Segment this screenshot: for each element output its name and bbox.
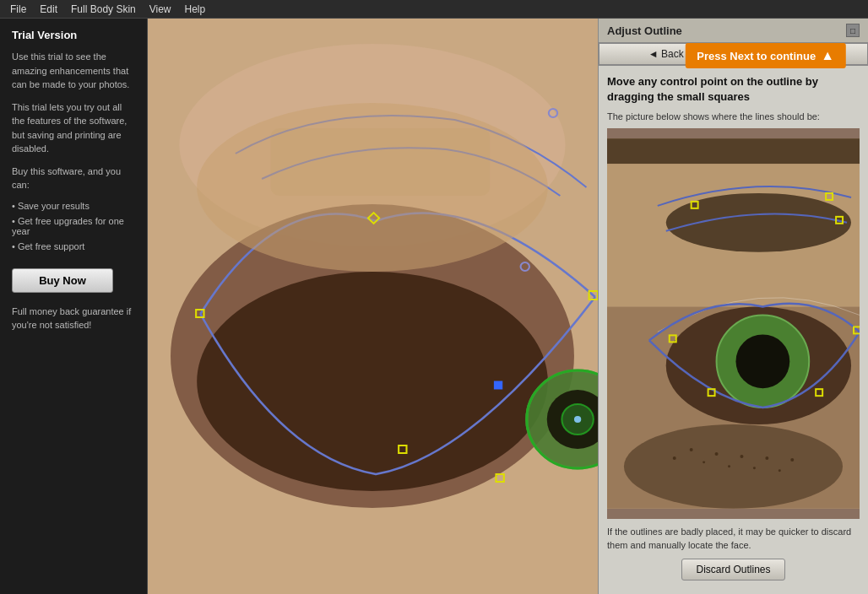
svg-point-45: [765, 456, 768, 460]
window-resize-icon[interactable]: □: [846, 24, 860, 37]
sidebar-buy-prompt: Buy this software, and you can:: [12, 165, 135, 192]
menu-help[interactable]: Help: [178, 2, 213, 17]
svg-point-40: [703, 462, 705, 464]
menu-view[interactable]: View: [143, 2, 178, 17]
svg-point-38: [624, 424, 843, 509]
reference-svg: [607, 128, 860, 519]
main-layout: Trial Version Use this trial to see the …: [0, 19, 868, 594]
bullet-upgrades: • Get free upgrades for one year: [12, 216, 135, 236]
instruction-text: Move any control point on the outline by…: [607, 74, 860, 105]
menu-bar: File Edit Full Body Skin View Help: [0, 0, 868, 19]
outline-overlay[interactable]: [148, 19, 598, 594]
svg-point-43: [740, 455, 743, 458]
svg-point-29: [735, 335, 789, 389]
menu-fullbodyskin[interactable]: Full Body Skin: [64, 2, 143, 17]
sub-text: The picture below shows where the lines …: [607, 111, 860, 122]
svg-point-12: [197, 103, 548, 272]
right-panel-title: Adjust Outline: [607, 24, 682, 37]
right-panel: Adjust Outline □ ◄ Back Next (Spacebar) …: [598, 19, 868, 594]
svg-point-42: [728, 466, 730, 468]
bullet-support: • Get free support: [12, 241, 135, 251]
right-panel-content: Move any control point on the outline by…: [599, 66, 868, 594]
svg-point-46: [778, 470, 781, 472]
svg-point-11: [574, 416, 581, 423]
buy-now-button[interactable]: Buy Now: [12, 268, 113, 293]
reference-image: [607, 128, 860, 519]
svg-point-47: [673, 456, 676, 460]
footer-text: If the outlines are badly placed, it may…: [607, 526, 860, 552]
sidebar-desc1: Use this trial to see the amazing enhanc…: [12, 50, 135, 92]
nav-area: ◄ Back Next (Spacebar) ► Press Next to c…: [599, 43, 868, 66]
svg-rect-16: [494, 381, 502, 389]
svg-rect-49: [607, 139, 860, 165]
canvas-area[interactable]: [148, 19, 598, 594]
menu-file[interactable]: File: [3, 2, 33, 17]
discard-outlines-button[interactable]: Discard Outlines: [681, 559, 784, 580]
guarantee-text: Full money back guarantee if you're not …: [12, 305, 135, 332]
svg-point-44: [753, 467, 756, 470]
sidebar-title: Trial Version: [12, 29, 135, 41]
svg-point-48: [790, 458, 794, 462]
svg-point-39: [690, 448, 693, 451]
sidebar-desc2: This trial lets you try out all the feat…: [12, 100, 135, 156]
bullet-save: • Save your results: [12, 201, 135, 211]
right-panel-header: Adjust Outline □: [599, 19, 868, 43]
svg-point-41: [715, 452, 719, 456]
press-next-tooltip: Press Next to continue: [685, 43, 846, 68]
sidebar: Trial Version Use this trial to see the …: [0, 19, 148, 594]
menu-edit[interactable]: Edit: [33, 2, 64, 17]
